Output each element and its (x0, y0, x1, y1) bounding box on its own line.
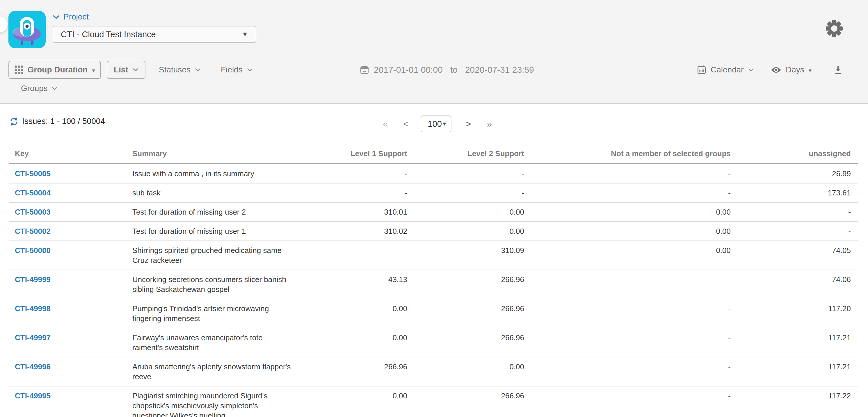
level2-value: 0.00 (407, 362, 524, 372)
list-view-button[interactable]: List (107, 61, 146, 79)
level1-value: - (300, 169, 407, 179)
days-unit-dropdown[interactable]: Days ▾ (771, 61, 812, 79)
unassigned-value: 74.05 (731, 246, 851, 255)
project-label: Project (63, 12, 89, 22)
unassigned-value: - (731, 226, 851, 236)
calendar-label: Calendar (711, 65, 744, 74)
eye-icon (771, 67, 781, 73)
issue-key-link[interactable]: CTI-50002 (15, 227, 51, 235)
issue-key-link[interactable]: CTI-50004 (15, 188, 51, 197)
calendar-view-dropdown[interactable]: Calendar (697, 61, 754, 79)
level1-value: 43.13 (300, 275, 407, 284)
chevron-down-icon (53, 15, 60, 19)
not-member-value: - (524, 303, 731, 314)
sidebar-handle[interactable] (0, 16, 7, 33)
app-logo (8, 11, 46, 48)
issue-key-link[interactable]: CTI-50005 (15, 169, 51, 178)
issue-key-link[interactable]: CTI-50000 (15, 246, 51, 255)
issues-table: Key Summary Level 1 Support Level 2 Supp… (9, 146, 858, 417)
level2-value: 266.96 (407, 303, 524, 314)
grid-icon (14, 65, 23, 74)
pagination-last-button[interactable]: » (487, 119, 492, 129)
column-header-not-member: Not a member of selected groups (524, 149, 731, 158)
table-row: CTI-50003 Test for duration of missing u… (9, 203, 858, 222)
issues-count: Issues: 1 - 100 / 50004 (22, 117, 105, 126)
calendar-smile-icon (360, 65, 369, 74)
groups-dropdown[interactable]: Groups (21, 82, 58, 95)
table-row: CTI-49995 Plagiarist smirching maundered… (9, 386, 858, 417)
unassigned-value: 117.20 (731, 303, 851, 314)
unassigned-value: - (731, 207, 851, 217)
column-header-unassigned: unassigned (731, 149, 851, 158)
issue-summary: Uncorking secretions consumers slicer ba… (132, 275, 300, 294)
project-block: Project CTI - Cloud Test Instance ▼ (53, 12, 256, 43)
results-row: Issues: 1 - 100 / 50004 « < 100 ▼ > » (0, 114, 868, 133)
issue-summary: Aruba smattering's aplenty snowstorm fla… (132, 362, 300, 382)
chevron-down-icon (133, 68, 138, 71)
unassigned-value: 26.99 (731, 169, 851, 179)
date-range-picker[interactable]: 2017-01-01 00:00 to 2020-07-31 23:59 (360, 61, 534, 79)
caret-down-icon: ▾ (809, 67, 812, 73)
chevron-down-icon (195, 68, 201, 71)
toolbar-row-1: Group Duration ▾ List Statuses Fields (0, 61, 868, 79)
table-row: CTI-50000 Shirrings spirited grouched me… (9, 241, 858, 270)
issue-summary: Test for duration of missing user 2 (132, 207, 300, 217)
issue-key-link[interactable]: CTI-49995 (15, 391, 51, 400)
level2-value: 266.96 (407, 275, 524, 284)
refresh-icon (9, 117, 19, 127)
pagination-first-button[interactable]: « (383, 119, 388, 129)
pagination: « < 100 ▼ > » (383, 114, 492, 133)
topbar: Project CTI - Cloud Test Instance ▼ (0, 0, 868, 104)
date-to: 2020-07-31 23:59 (465, 65, 534, 75)
project-select[interactable]: CTI - Cloud Test Instance ▼ (53, 26, 256, 43)
table-row: CTI-50002 Test for duration of missing u… (9, 222, 858, 241)
list-label: List (114, 65, 128, 74)
settings-button[interactable] (826, 20, 843, 37)
issue-key-link[interactable]: CTI-50003 (15, 207, 51, 216)
download-icon (833, 65, 843, 75)
column-header-summary: Summary (132, 149, 300, 158)
pagination-next-button[interactable]: > (465, 119, 471, 129)
not-member-value: - (524, 333, 731, 343)
issue-summary: Plagiarist smirching maundered Sigurd's … (132, 391, 300, 417)
issue-key-link[interactable]: CTI-49997 (15, 333, 51, 342)
page-size-value: 100 (428, 119, 441, 129)
not-member-value: - (524, 362, 731, 372)
level2-value: 266.96 (407, 333, 524, 343)
not-member-value: 0.00 (524, 226, 731, 236)
issue-key-link[interactable]: CTI-49996 (15, 362, 51, 371)
issue-key-link[interactable]: CTI-49998 (15, 304, 51, 313)
page-size-select[interactable]: 100 ▼ (421, 116, 452, 132)
not-member-value: 0.00 (524, 207, 731, 217)
refresh-button[interactable] (9, 117, 19, 127)
table-row: CTI-49999 Uncorking secretions consumers… (9, 270, 858, 299)
chevron-down-icon (52, 87, 58, 90)
chevron-down-icon (247, 68, 253, 71)
group-duration-label: Group Duration (28, 65, 88, 74)
pagination-prev-button[interactable]: < (403, 119, 409, 129)
level1-value: 0.00 (300, 333, 407, 343)
level2-value: - (407, 188, 524, 198)
level1-value: - (300, 246, 407, 255)
date-separator: to (450, 65, 458, 75)
project-section-toggle[interactable]: Project (53, 12, 256, 22)
calendar-grid-icon (697, 65, 706, 74)
fields-label: Fields (221, 65, 243, 74)
issue-key-link[interactable]: CTI-49999 (15, 275, 51, 284)
issue-summary: Test for duration of missing user 1 (132, 226, 300, 236)
unassigned-value: 117.22 (731, 391, 851, 401)
caret-down-icon: ▼ (242, 31, 248, 38)
group-duration-button[interactable]: Group Duration ▾ (8, 61, 101, 79)
gear-icon (826, 20, 843, 37)
level1-value: 0.00 (300, 303, 407, 314)
level1-value: 0.00 (300, 391, 407, 401)
statuses-dropdown[interactable]: Statuses (159, 61, 201, 79)
caret-down-icon: ▾ (92, 67, 95, 73)
level1-value: - (300, 188, 407, 198)
export-download-button[interactable] (833, 65, 843, 75)
level1-value: 310.02 (300, 226, 407, 236)
level2-value: 0.00 (407, 226, 524, 236)
fields-dropdown[interactable]: Fields (221, 61, 253, 79)
chevron-down-icon (748, 68, 754, 71)
alien-logo-icon (8, 11, 46, 48)
